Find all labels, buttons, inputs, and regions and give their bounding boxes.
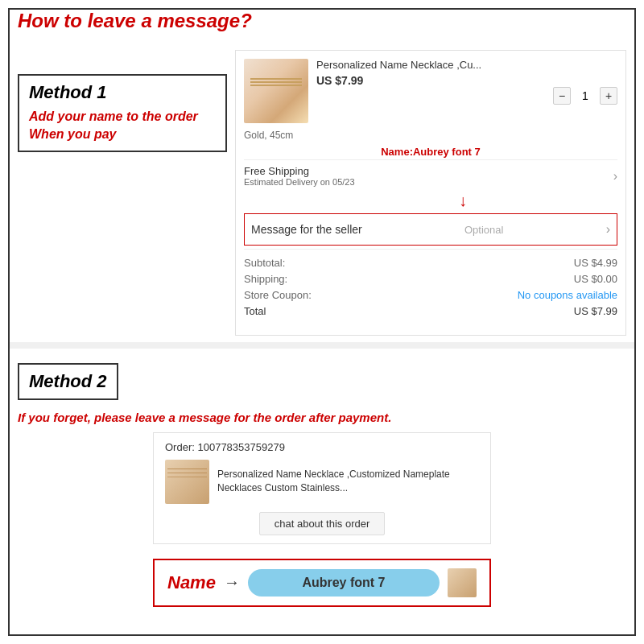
method2-desc: If you forget, please leave a message fo… (18, 410, 626, 426)
method1-line2: When you pay (29, 127, 116, 141)
message-for-seller-row[interactable]: Message for the seller Optional › (244, 213, 617, 246)
order-product-row: Personalized Name Necklace ,Customized N… (165, 460, 479, 504)
summary-section: Subtotal: US $4.99 Shipping: US $0.00 St… (244, 249, 617, 327)
name-label: Name (167, 572, 216, 593)
method2-title: Method 2 (29, 371, 107, 392)
method1-desc: Add your name to the order When you pay (29, 108, 216, 144)
method1-box: Method 1 Add your name to the order When… (18, 74, 227, 152)
right-panel: Personalized Name Necklace ,Cu... US $7.… (235, 50, 626, 336)
coupon-value: No coupons available (518, 289, 617, 301)
qty-value: 1 (577, 89, 593, 102)
order-thumbnail (165, 460, 209, 504)
name-row-box: Name → Aubrey font 7 (153, 559, 491, 607)
main-container: How to leave a message? Method 1 Add you… (8, 8, 636, 636)
how-to-block: How to leave a message? (10, 10, 634, 42)
page-title: How to leave a message? (18, 10, 626, 32)
qty-plus-button[interactable]: + (600, 87, 617, 105)
product-row: Personalized Name Necklace ,Cu... US $7.… (244, 59, 617, 123)
product-card: Personalized Name Necklace ,Cu... US $7.… (235, 50, 626, 336)
chevron-right-icon: › (613, 169, 617, 184)
name-row-section: Name → Aubrey font 7 (10, 559, 634, 615)
product-name: Personalized Name Necklace ,Cu... (316, 59, 617, 71)
free-shipping-label: Free Shipping (244, 165, 355, 177)
name-annotation: Name:Aubrey font 7 (244, 146, 617, 158)
order-number-label: Order: (165, 441, 195, 453)
shipping-cost-value: US $0.00 (574, 273, 617, 285)
name-bubble: Aubrey font 7 (248, 569, 440, 597)
qty-minus-button[interactable]: − (553, 87, 571, 105)
method1-title: Method 1 (29, 82, 216, 103)
order-product-name: Personalized Name Necklace ,Customized N… (217, 468, 479, 495)
subtotal-label: Subtotal: (244, 257, 285, 269)
product-info: Personalized Name Necklace ,Cu... US $7.… (316, 59, 617, 108)
coupon-label: Store Coupon: (244, 289, 312, 301)
subtotal-value: US $4.99 (574, 257, 617, 269)
message-label: Message for the seller (251, 223, 362, 236)
down-arrow-icon: ↓ (459, 192, 467, 210)
total-label: Total (244, 305, 266, 317)
optional-text: Optional (464, 224, 503, 236)
subtotal-row: Subtotal: US $4.99 (244, 256, 617, 270)
shipping-cost-row: Shipping: US $0.00 (244, 272, 617, 286)
shipping-info: Free Shipping Estimated Delivery on 05/2… (244, 165, 355, 187)
arrow-right-icon: → (224, 573, 240, 592)
total-value: US $7.99 (574, 305, 617, 317)
variant-text: Gold, 45cm (244, 130, 617, 141)
shipping-cost-label: Shipping: (244, 273, 287, 285)
order-card: Order: 100778353759279 Personalized Name… (153, 432, 491, 544)
chat-about-order-button[interactable]: chat about this order (259, 512, 386, 535)
method2-box: Method 2 (18, 363, 118, 400)
top-section: Method 1 Add your name to the order When… (10, 42, 634, 336)
shipping-row[interactable]: Free Shipping Estimated Delivery on 05/2… (244, 159, 617, 192)
product-price: US $7.99 (316, 74, 617, 87)
section-divider (10, 342, 634, 349)
coupon-row: Store Coupon: No coupons available (244, 288, 617, 302)
chevron-right-icon-2: › (606, 222, 610, 237)
order-section: Order: 100778353759279 Personalized Name… (10, 432, 634, 559)
total-row: Total US $7.99 (244, 304, 617, 318)
method1-line1: Add your name to the order (29, 109, 198, 123)
delivery-label: Estimated Delivery on 05/23 (244, 177, 355, 187)
qty-row: − 1 + (316, 87, 617, 105)
avatar-image (448, 568, 477, 597)
method2-section: Method 2 If you forget, please leave a m… (10, 355, 634, 432)
product-image (244, 59, 308, 123)
arrow-container: ↓ (244, 192, 617, 210)
order-number-row: Order: 100778353759279 (165, 441, 479, 453)
order-number: 100778353759279 (197, 441, 284, 453)
